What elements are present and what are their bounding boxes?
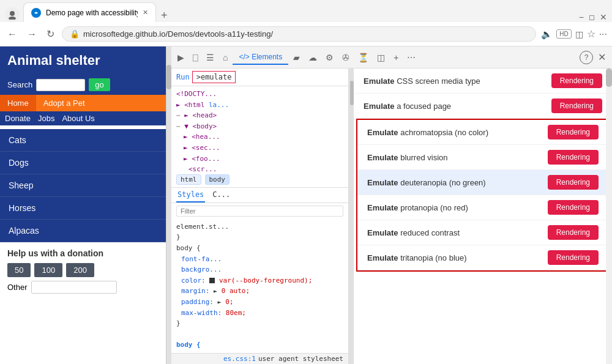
sidebar-item-alpacas[interactable]: Alpacas [0, 220, 166, 242]
webpage-scroll-thumb[interactable] [166, 65, 171, 89]
settings-icon[interactable]: ⚙ [322, 50, 337, 65]
device-icon[interactable]: ⎕ [189, 50, 201, 65]
tab-computed[interactable]: C... [211, 188, 231, 202]
donate-buttons: 50 100 200 [7, 263, 159, 277]
css-empty-brace: } [176, 232, 343, 243]
search-label: Search [7, 80, 32, 89]
rendering-btn-focused-page[interactable]: Rendering [551, 98, 602, 113]
donate-btn-100[interactable]: 100 [34, 263, 62, 277]
emulate-scrollbar[interactable] [606, 69, 612, 364]
close-devtools-icon[interactable]: ✕ [594, 49, 610, 65]
rendering-btn-deuteranopia[interactable]: Rendering [548, 175, 599, 190]
css-text: element.st... } body { font-fa... backgr… [171, 219, 348, 353]
devtools-left-scrollbar[interactable] [349, 69, 354, 364]
rendering-btn-tritanopia[interactable]: Rendering [548, 250, 599, 265]
emulate-label-protanopia: Emulate protanopia (no red) [367, 203, 548, 212]
html-line-hea: ► <hea... [176, 132, 343, 143]
donate-other: Other [7, 281, 159, 294]
emulate-box: Emulate achromatopsia (no color) Renderi… [356, 119, 610, 272]
devtools-main: Run >emulate <!DOCTY... ► <html la... ⋯ … [171, 69, 612, 364]
perf-icon[interactable]: ⏳ [354, 50, 372, 65]
rendering-btn-reduced-contrast[interactable]: Rendering [548, 225, 599, 240]
emulate-input[interactable]: >emulate [192, 71, 236, 83]
sidebar-item-horses[interactable]: Horses [0, 197, 166, 220]
webpage-inner: Animal shelter Search go Home Adopt a Pe… [0, 46, 166, 364]
html-line-foo: ► <foo... [176, 154, 343, 165]
emulate-row-protanopia: Emulate protanopia (no red) Rendering [357, 195, 608, 220]
minimize-icon[interactable]: − [579, 12, 584, 22]
emulate-row-focused-page: Emulate a focused page Rendering [354, 94, 612, 119]
css-background: backgro... [176, 264, 343, 275]
hd-badge[interactable]: HD [556, 29, 571, 39]
sidebar-list: Cats Dogs Sheep Horses Alpacas [0, 129, 166, 242]
browser-window: Demo page with accessibility iss... ✕ + … [0, 0, 612, 364]
tab-styles[interactable]: Styles [176, 188, 205, 202]
donate-btn-200[interactable]: 200 [66, 263, 94, 277]
tab-elements[interactable]: </> Elements [233, 50, 288, 65]
forward-button[interactable]: → [24, 26, 39, 42]
split-screen-icon[interactable]: ◫ [575, 29, 583, 39]
address-bar: ← → ↻ 🔒 microsoftedge.github.io/Demos/de… [0, 22, 612, 46]
sources-icon[interactable]: ☁ [305, 50, 321, 65]
donate-other-input[interactable] [31, 281, 117, 294]
sidebar-item-sheep[interactable]: Sheep [0, 174, 166, 197]
console-icon[interactable]: ▰ [289, 50, 304, 65]
tab-bar: Demo page with accessibility iss... ✕ + … [0, 0, 612, 22]
html-line-sec: ► <sec... [176, 143, 343, 154]
sidebar-item-dogs[interactable]: Dogs [0, 152, 166, 174]
rendering-btn-protanopia[interactable]: Rendering [548, 200, 599, 215]
profile-avatar[interactable] [5, 7, 20, 22]
sub-nav-donate[interactable]: Donate [5, 114, 31, 123]
svg-point-0 [10, 11, 15, 16]
read-aloud-icon[interactable]: 🔈 [541, 29, 553, 40]
run-button[interactable]: Run [176, 73, 190, 81]
tag-pill-body[interactable]: body [205, 174, 230, 185]
wifi-icon[interactable]: ✇ [338, 50, 353, 65]
html-tree: <!DOCTY... ► <html la... ⋯ ► <head> ⋯ ▼ … [171, 86, 348, 172]
add-icon[interactable]: + [390, 50, 402, 65]
tab-close-btn[interactable]: ✕ [143, 9, 148, 17]
css-body-selector: body { [176, 243, 343, 254]
webpage-scrollbar[interactable] [166, 46, 171, 364]
nav-item-adopt[interactable]: Adopt a Pet [36, 95, 92, 111]
html-line-head: ⋯ ► <head> [176, 110, 343, 121]
status-bar: es.css:1 user agent stylesheet [171, 353, 348, 364]
search-input[interactable] [36, 79, 85, 91]
devtools-right-actions: ? ✕ [580, 49, 610, 65]
tag-pill-html[interactable]: html [176, 174, 201, 185]
main-content: Animal shelter Search go Home Adopt a Pe… [0, 46, 612, 364]
refresh-button[interactable]: ↻ [44, 26, 57, 42]
sub-nav-jobs[interactable]: Jobs [38, 114, 54, 123]
sub-nav-about[interactable]: About Us [62, 114, 94, 123]
rendering-btn-blurred[interactable]: Rendering [548, 150, 599, 165]
rendering-btn-achromatopsia[interactable]: Rendering [548, 125, 599, 139]
browser-tab-active[interactable]: Demo page with accessibility iss... ✕ [23, 2, 156, 22]
help-button[interactable]: ? [580, 51, 593, 64]
search-button[interactable]: go [89, 78, 110, 91]
emulate-scrollbar-thumb[interactable] [606, 69, 612, 87]
css-margin: margin: ► 0 auto; [176, 286, 343, 297]
more-icon[interactable]: ··· [599, 29, 607, 40]
url-bar[interactable]: 🔒 microsoftedge.github.io/Demos/devtools… [62, 26, 536, 42]
drawer-icon[interactable]: ☰ [203, 50, 218, 65]
home-icon[interactable]: ⌂ [219, 50, 231, 65]
devtools-toolbar: ▶ ⎕ ☰ ⌂ </> Elements ▰ ☁ ⚙ ✇ ⏳ ◫ + ⋯ ? ✕ [171, 46, 612, 69]
status-link[interactable]: es.css:1 [223, 355, 256, 363]
maximize-icon[interactable]: ◻ [589, 13, 595, 21]
emulate-row-blurred: Emulate blurred vision Rendering [357, 145, 608, 170]
sidebar-item-cats[interactable]: Cats [0, 129, 166, 152]
donate-btn-50[interactable]: 50 [7, 263, 31, 277]
favorites-icon[interactable]: ☆ [587, 28, 595, 40]
status-text: user agent stylesheet [258, 355, 343, 363]
nav-item-home[interactable]: Home [0, 95, 36, 111]
emulate-row-achromatopsia: Emulate achromatopsia (no color) Renderi… [357, 120, 608, 145]
css-filter-input[interactable] [176, 206, 343, 217]
rendering-btn-css-media[interactable]: Rendering [551, 73, 602, 88]
browser-icon[interactable]: ◫ [373, 50, 389, 65]
back-button[interactable]: ← [5, 26, 20, 42]
close-window-icon[interactable]: ✕ [600, 12, 607, 22]
more-devtools-icon[interactable]: ⋯ [403, 50, 419, 65]
donate-section: Help us with a donation 50 100 200 Other [0, 242, 166, 300]
new-tab-button[interactable]: + [156, 9, 173, 22]
inspector-icon[interactable]: ▶ [174, 50, 188, 65]
